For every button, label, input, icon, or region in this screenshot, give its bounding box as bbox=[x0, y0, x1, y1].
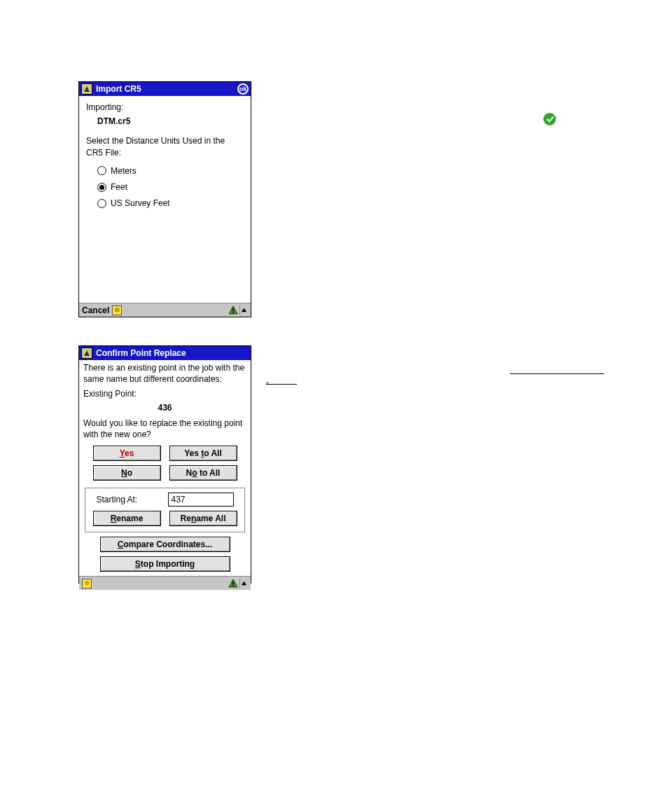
radio-label: Feet bbox=[111, 181, 127, 193]
rename-panel: Starting At: Rename Rename All bbox=[85, 488, 245, 532]
rename-buttons: Rename Rename All bbox=[90, 511, 240, 526]
svg-rect-1 bbox=[232, 312, 234, 313]
svg-rect-3 bbox=[232, 585, 234, 586]
yes-to-all-button[interactable]: Yes to All bbox=[169, 446, 237, 461]
radio-label: US Survey Feet bbox=[111, 198, 170, 209]
titlebar: Confirm Point Replace bbox=[79, 346, 251, 360]
svg-rect-0 bbox=[232, 308, 234, 311]
starting-at-input[interactable] bbox=[168, 493, 234, 507]
up-arrow-icon[interactable] bbox=[239, 579, 248, 589]
select-units-label: Select the Distance Units Used in the CR… bbox=[86, 135, 244, 158]
app-icon bbox=[81, 83, 92, 95]
units-radio-group: Meters Feet US Survey Feet bbox=[97, 165, 244, 209]
existing-point-label: Existing Point: bbox=[79, 389, 251, 399]
replace-question: Would you like to replace the existing p… bbox=[79, 417, 251, 444]
importing-label: Importing: bbox=[86, 102, 244, 113]
radio-icon bbox=[97, 166, 106, 175]
rename-all-button[interactable]: Rename All bbox=[169, 511, 237, 526]
yes-button[interactable]: Yes bbox=[93, 446, 161, 461]
import-cr5-window: Import CR5 ok Importing: DTM.cr5 Select … bbox=[78, 81, 251, 317]
up-arrow-icon[interactable] bbox=[239, 305, 248, 315]
no-button[interactable]: No bbox=[93, 465, 161, 481]
window-title: Confirm Point Replace bbox=[96, 348, 186, 358]
star-icon[interactable]: ✽ bbox=[112, 305, 122, 315]
radio-feet[interactable]: Feet bbox=[97, 181, 244, 193]
doc-underline-1 bbox=[266, 373, 602, 385]
no-to-all-button[interactable]: No to All bbox=[169, 465, 237, 481]
star-icon[interactable]: ✽ bbox=[82, 579, 92, 589]
radio-us-survey[interactable]: US Survey Feet bbox=[97, 198, 244, 209]
radio-icon bbox=[97, 199, 106, 208]
bottom-toolbar: ✽ bbox=[79, 576, 251, 590]
warning-triangle-icon[interactable] bbox=[228, 579, 238, 589]
compare-coordinates-button[interactable]: Compare Coordinates... bbox=[100, 537, 230, 552]
radio-meters[interactable]: Meters bbox=[97, 165, 244, 177]
rename-button[interactable]: Rename bbox=[93, 511, 161, 526]
doc-underline-2 bbox=[510, 373, 604, 374]
radio-icon bbox=[97, 183, 106, 192]
ok-button[interactable]: ok bbox=[237, 83, 249, 95]
titlebar: Import CR5 ok bbox=[79, 82, 251, 96]
window-body: Importing: DTM.cr5 Select the Distance U… bbox=[79, 96, 251, 219]
svg-rect-2 bbox=[232, 582, 234, 584]
confirm-point-replace-window: Confirm Point Replace There is an existi… bbox=[78, 345, 251, 584]
check-icon bbox=[543, 113, 556, 125]
stop-importing-button[interactable]: Stop Importing bbox=[100, 556, 230, 572]
button-grid: Yes Yes to All No No to All bbox=[79, 444, 251, 486]
warning-triangle-icon[interactable] bbox=[228, 305, 238, 315]
starting-at-label: Starting At: bbox=[97, 495, 162, 504]
app-icon bbox=[81, 347, 92, 359]
conflict-message: There is an existing point in the job wi… bbox=[79, 360, 251, 389]
bottom-toolbar: Cancel ✽ bbox=[79, 303, 251, 317]
wide-buttons: Compare Coordinates... Stop Importing bbox=[79, 537, 251, 572]
cancel-button[interactable]: Cancel bbox=[82, 305, 109, 315]
existing-point-value: 436 bbox=[79, 403, 251, 413]
radio-label: Meters bbox=[111, 165, 137, 177]
import-filename: DTM.cr5 bbox=[97, 116, 244, 127]
window-title: Import CR5 bbox=[96, 84, 141, 94]
